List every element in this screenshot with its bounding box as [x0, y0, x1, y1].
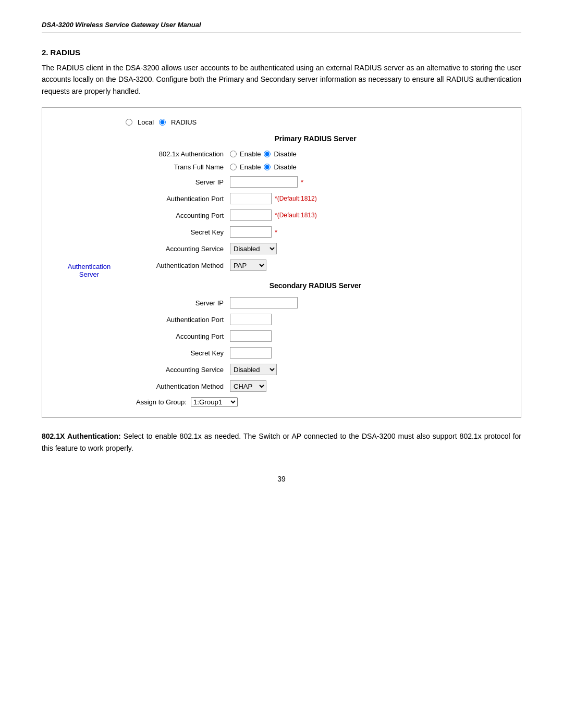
control-secondary-auth-port	[230, 314, 272, 325]
section-title: RADIUS	[50, 48, 80, 57]
radio-trans-enable[interactable]	[230, 164, 237, 170]
control-primary-auth-port: *(Default:1812)	[230, 193, 317, 204]
radius-form-box: AuthenticationServer Local RADIUS Primar…	[42, 107, 521, 418]
label-trans-full-name: Trans Full Name	[126, 163, 230, 171]
form-content: Local RADIUS Primary RADIUS Server 802.1…	[126, 118, 505, 407]
label-secondary-auth-method: Authentication Method	[126, 382, 230, 390]
radio-8021x-enable[interactable]	[230, 151, 237, 157]
section-number: 2.	[42, 48, 48, 57]
form-row-primary-auth-method: Authentication Method PAP CHAP	[126, 260, 505, 271]
secondary-acct-port-input[interactable]	[230, 330, 272, 342]
radio-local[interactable]	[126, 119, 132, 126]
primary-secret-key-required: *	[275, 228, 277, 236]
primary-auth-port-hint: *(Default:1812)	[275, 195, 317, 202]
primary-server-title: Primary RADIUS Server	[126, 134, 505, 143]
page-number: 39	[42, 475, 521, 483]
primary-auth-method-select[interactable]: PAP CHAP	[230, 260, 266, 271]
control-secondary-acct-port	[230, 330, 272, 342]
assign-group-label: Assign to Group:	[136, 398, 187, 406]
form-row-primary-auth-port: Authentication Port *(Default:1812)	[126, 193, 505, 204]
disable-label-trans: Disable	[274, 163, 296, 171]
label-primary-auth-method: Authentication Method	[126, 262, 230, 269]
form-row-secondary-acct-service: Accounting Service Disabled Enabled	[126, 364, 505, 375]
primary-server-ip-required: *	[301, 178, 303, 186]
label-primary-auth-port: Authentication Port	[126, 195, 230, 203]
label-primary-acct-port: Accounting Port	[126, 212, 230, 219]
form-row-primary-acct-service: Accounting Service Disabled Enabled	[126, 243, 505, 254]
control-primary-auth-method: PAP CHAP	[230, 260, 266, 271]
enable-label-trans: Enable	[240, 163, 261, 171]
control-secondary-server-ip	[230, 297, 298, 309]
control-primary-server-ip: *	[230, 176, 303, 188]
page-header: DSA-3200 Wireless Service Gateway User M…	[42, 21, 521, 32]
label-secondary-server-ip: Server IP	[126, 299, 230, 307]
form-row-secondary-secret-key: Secret Key	[126, 347, 505, 359]
form-row-trans-full-name: Trans Full Name Enable Disable	[126, 163, 505, 171]
control-trans-full-name: Enable Disable	[230, 163, 297, 171]
secondary-secret-key-input[interactable]	[230, 347, 272, 359]
primary-acct-port-input[interactable]	[230, 209, 272, 221]
form-row-secondary-server-ip: Server IP	[126, 297, 505, 309]
radio-trans-disable[interactable]	[264, 164, 271, 170]
control-primary-acct-service: Disabled Enabled	[230, 243, 277, 254]
form-row-primary-secret-key: Secret Key *	[126, 226, 505, 238]
disable-label-8021x: Disable	[274, 150, 296, 158]
radio-radius[interactable]	[159, 119, 166, 126]
secondary-auth-port-input[interactable]	[230, 314, 272, 325]
form-row-8021x: 802.1x Authentication Enable Disable	[126, 150, 505, 158]
secondary-server-title: Secondary RADIUS Server	[126, 281, 505, 290]
section-body: The RADIUS client in the DSA-3200 allows…	[42, 62, 521, 97]
secondary-acct-service-select[interactable]: Disabled Enabled	[230, 364, 277, 375]
enable-label-8021x: Enable	[240, 150, 261, 158]
form-row-secondary-acct-port: Accounting Port	[126, 330, 505, 342]
secondary-auth-method-select[interactable]: PAP CHAP	[230, 380, 266, 392]
form-row-secondary-auth-port: Authentication Port	[126, 314, 505, 325]
label-secondary-acct-service: Accounting Service	[126, 366, 230, 374]
label-secondary-acct-port: Accounting Port	[126, 332, 230, 340]
control-primary-acct-port: *(Default:1813)	[230, 209, 317, 221]
radio-radius-label: RADIUS	[171, 118, 197, 126]
local-radius-radio-row: Local RADIUS	[126, 118, 505, 126]
primary-secret-key-input[interactable]	[230, 226, 272, 238]
control-8021x: Enable Disable	[230, 150, 297, 158]
header-title: DSA-3200 Wireless Service Gateway User M…	[42, 21, 201, 29]
label-primary-acct-service: Accounting Service	[126, 245, 230, 253]
primary-auth-port-input[interactable]	[230, 193, 272, 204]
control-secondary-auth-method: PAP CHAP	[230, 380, 266, 392]
footnote: 802.1X Authentication: Select to enable …	[42, 430, 521, 454]
radio-8021x-disable[interactable]	[264, 151, 271, 157]
footnote-bold: 802.1X Authentication:	[42, 432, 121, 440]
label-primary-secret-key: Secret Key	[126, 228, 230, 236]
left-sidebar-label: AuthenticationServer	[53, 118, 126, 407]
label-primary-server-ip: Server IP	[126, 178, 230, 186]
secondary-server-ip-input[interactable]	[230, 297, 298, 309]
label-8021x: 802.1x Authentication	[126, 150, 230, 158]
form-row-secondary-auth-method: Authentication Method PAP CHAP	[126, 380, 505, 392]
primary-acct-port-hint: *(Default:1813)	[275, 212, 317, 219]
label-secondary-auth-port: Authentication Port	[126, 316, 230, 324]
primary-server-ip-input[interactable]	[230, 176, 298, 188]
form-row-primary-acct-port: Accounting Port *(Default:1813)	[126, 209, 505, 221]
assign-group-select[interactable]: 1:Group1 2:Group2	[191, 397, 238, 407]
radio-local-label: Local	[138, 118, 154, 126]
control-secondary-acct-service: Disabled Enabled	[230, 364, 277, 375]
assign-group-row: Assign to Group: 1:Group1 2:Group2	[126, 397, 505, 407]
label-secondary-secret-key: Secret Key	[126, 349, 230, 357]
primary-acct-service-select[interactable]: Disabled Enabled	[230, 243, 277, 254]
form-row-primary-server-ip: Server IP *	[126, 176, 505, 188]
control-primary-secret-key: *	[230, 226, 277, 238]
control-secondary-secret-key	[230, 347, 272, 359]
